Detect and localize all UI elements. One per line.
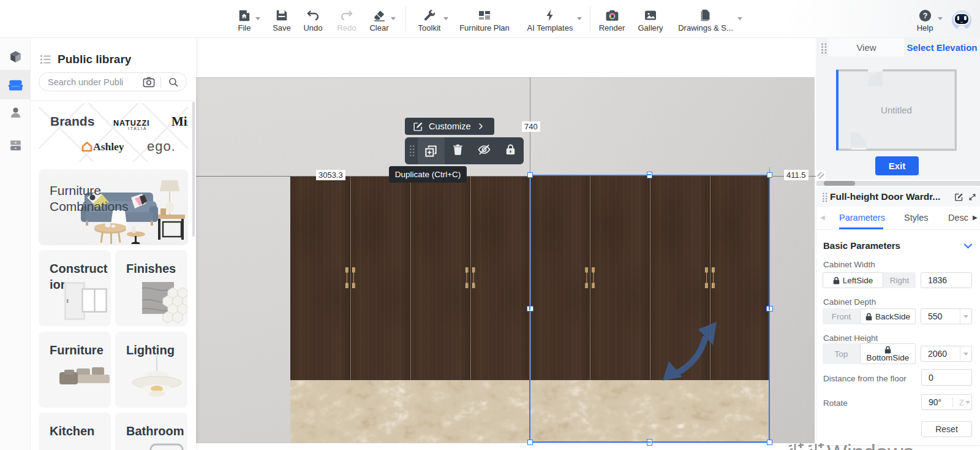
svg-text:?: ? — [922, 11, 927, 20]
